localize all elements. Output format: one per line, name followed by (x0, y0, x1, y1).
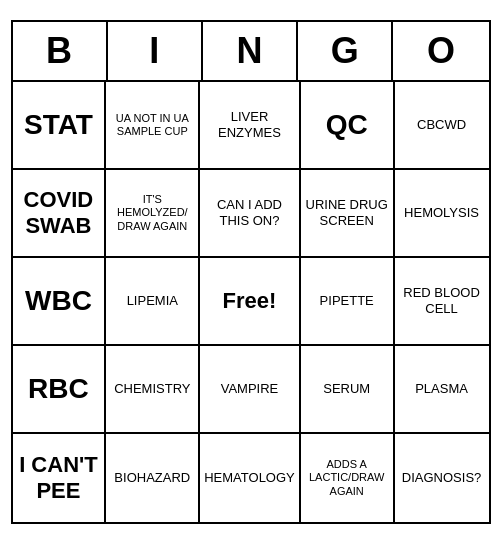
header-i: I (108, 22, 203, 80)
bingo-cell-6[interactable]: IT'S HEMOLYZED/ DRAW AGAIN (106, 170, 200, 258)
bingo-card: B I N G O STATUA NOT IN UA SAMPLE CUPLIV… (11, 20, 491, 524)
bingo-cell-1[interactable]: UA NOT IN UA SAMPLE CUP (106, 82, 200, 170)
bingo-cell-20[interactable]: I CAN'T PEE (13, 434, 107, 522)
header-n: N (203, 22, 298, 80)
header-o: O (393, 22, 488, 80)
bingo-cell-19[interactable]: PLASMA (395, 346, 489, 434)
bingo-cell-8[interactable]: URINE DRUG SCREEN (301, 170, 395, 258)
bingo-cell-7[interactable]: CAN I ADD THIS ON? (200, 170, 301, 258)
bingo-cell-3[interactable]: QC (301, 82, 395, 170)
bingo-header: B I N G O (13, 22, 489, 82)
header-b: B (13, 22, 108, 80)
bingo-cell-9[interactable]: HEMOLYSIS (395, 170, 489, 258)
bingo-cell-14[interactable]: RED BLOOD CELL (395, 258, 489, 346)
bingo-cell-4[interactable]: CBCWD (395, 82, 489, 170)
bingo-grid: STATUA NOT IN UA SAMPLE CUPLIVER ENZYMES… (13, 82, 489, 522)
bingo-cell-11[interactable]: LIPEMIA (106, 258, 200, 346)
bingo-cell-13[interactable]: PIPETTE (301, 258, 395, 346)
bingo-cell-17[interactable]: VAMPIRE (200, 346, 301, 434)
bingo-cell-23[interactable]: ADDS A LACTIC/DRAW AGAIN (301, 434, 395, 522)
bingo-cell-24[interactable]: DIAGNOSIS? (395, 434, 489, 522)
bingo-cell-15[interactable]: RBC (13, 346, 107, 434)
bingo-cell-10[interactable]: WBC (13, 258, 107, 346)
bingo-cell-2[interactable]: LIVER ENZYMES (200, 82, 301, 170)
bingo-cell-21[interactable]: BIOHAZARD (106, 434, 200, 522)
bingo-cell-0[interactable]: STAT (13, 82, 107, 170)
bingo-cell-16[interactable]: CHEMISTRY (106, 346, 200, 434)
bingo-cell-12[interactable]: Free! (200, 258, 301, 346)
header-g: G (298, 22, 393, 80)
bingo-cell-22[interactable]: HEMATOLOGY (200, 434, 301, 522)
bingo-cell-5[interactable]: COVID SWAB (13, 170, 107, 258)
bingo-cell-18[interactable]: SERUM (301, 346, 395, 434)
